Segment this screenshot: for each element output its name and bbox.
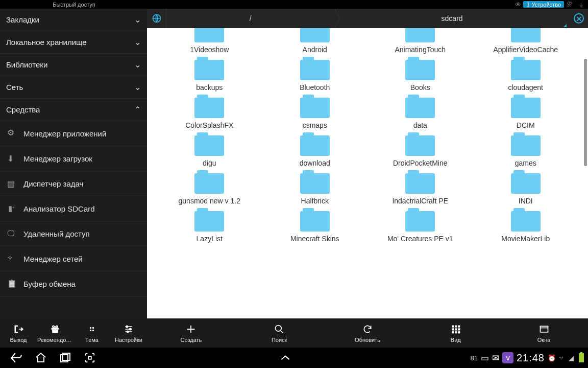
folder-item[interactable]: Bluetooth	[264, 57, 366, 91]
sidebar-section-2[interactable]: Библиотеки⌄	[0, 54, 147, 76]
search-icon	[274, 324, 284, 335]
bottom-label: Настройки	[115, 337, 142, 343]
sync-icon: 👁	[515, 1, 521, 8]
home-button[interactable]	[29, 348, 53, 368]
gear-icon	[7, 129, 16, 138]
folder-icon	[405, 95, 435, 118]
scrollbar[interactable]	[584, 59, 587, 166]
sidebar-section-0[interactable]: Закладки⌄	[0, 9, 147, 31]
folder-item[interactable]: ApplifierVideoCache	[475, 28, 577, 54]
palette-icon	[87, 324, 97, 335]
folder-item[interactable]: Mo' Creatures PE v1	[369, 208, 472, 243]
svg-rect-23	[540, 326, 548, 332]
tool-item-download[interactable]: Менеджер загрузок	[0, 146, 147, 171]
folder-item[interactable]: INDI	[475, 170, 577, 205]
bottom-palette-button[interactable]: Тема	[74, 318, 110, 348]
breadcrumb-current[interactable]: sdcard	[334, 9, 570, 28]
bottom-label: Вид	[451, 337, 461, 343]
folder-name: games	[515, 159, 536, 167]
svg-rect-17	[452, 328, 454, 330]
svg-rect-20	[452, 331, 454, 333]
folder-item[interactable]: data	[369, 95, 472, 129]
sliders-icon	[124, 324, 134, 335]
chevron-down-icon: ⌄	[134, 37, 141, 47]
bottom-grid-button[interactable]: Вид	[411, 318, 500, 348]
folder-name: ColorSplashFX	[185, 121, 233, 129]
svg-point-12	[127, 331, 129, 332]
folder-item[interactable]: Halfbrick	[264, 170, 366, 205]
sidebar-section-1[interactable]: Локальное хранилище⌄	[0, 31, 147, 54]
folder-icon	[405, 170, 435, 194]
globe-button[interactable]	[147, 9, 166, 28]
tool-item-wifi[interactable]: Менеджер сетей	[0, 246, 147, 271]
sidebar: Закладки⌄Локальное хранилище⌄Библиотеки⌄…	[0, 9, 147, 318]
svg-point-4	[53, 326, 54, 327]
bottom-exit-button[interactable]: Выход	[0, 318, 37, 348]
folder-item[interactable]: IndactrialCraft PE	[369, 170, 472, 205]
folder-name: gunsmod new v 1.2	[179, 197, 240, 205]
folder-item[interactable]: Minecraft Skins	[264, 208, 366, 243]
tool-item-sd[interactable]: Анализатор SDCard	[0, 196, 147, 221]
sidebar-section-4[interactable]: Средства⌃	[0, 99, 147, 121]
chevron-down-icon: ⌄	[134, 60, 141, 70]
tool-item-tasks[interactable]: Диспетчер задач	[0, 171, 147, 196]
bottom-label: Тема	[85, 337, 99, 343]
folder-item[interactable]: csmaps	[264, 95, 366, 129]
sidebar-section-3[interactable]: Сеть⌄	[0, 76, 147, 99]
folder-item[interactable]: DroidPocketMine	[369, 132, 472, 167]
path-bar: / sdcard	[147, 9, 588, 28]
mail-icon: ✉	[492, 353, 499, 363]
folder-icon	[511, 208, 541, 232]
bottom-plus-button[interactable]: Создать	[147, 318, 235, 348]
folder-item[interactable]: 1Videoshow	[158, 28, 261, 54]
clock: 21:48	[517, 352, 545, 364]
folder-icon	[194, 208, 224, 232]
svg-rect-26	[88, 356, 91, 359]
exit-icon	[13, 324, 24, 335]
wifi-icon	[7, 254, 16, 263]
folder-icon	[300, 95, 330, 118]
svg-rect-19	[458, 328, 460, 330]
folder-item[interactable]: Android	[264, 28, 366, 54]
breadcrumb-root[interactable]: /	[166, 9, 334, 28]
back-button[interactable]	[4, 348, 29, 368]
status-tray[interactable]: 81 ▭ ✉ ᴠ 21:48 ⏰ ᯤ ◢	[468, 352, 584, 364]
tool-item-gear[interactable]: Менеджер приложений	[0, 121, 147, 146]
bottom-windows-button[interactable]: Окна	[500, 318, 588, 348]
tool-label: Буфер обмена	[23, 280, 76, 288]
folder-item[interactable]: LazyList	[158, 208, 261, 243]
expand-up-button[interactable]	[273, 348, 298, 368]
folder-item[interactable]: backups	[158, 57, 261, 91]
screenshot-button[interactable]	[78, 348, 102, 368]
folder-item[interactable]: ColorSplashFX	[158, 95, 261, 129]
close-tab-button[interactable]	[570, 13, 588, 24]
device-pill[interactable]: ▯ Устройство	[523, 1, 564, 8]
folder-item[interactable]: cloudagent	[475, 57, 577, 91]
folder-item[interactable]: gunsmod new v 1.2	[158, 170, 261, 205]
bottom-search-button[interactable]: Поиск	[235, 318, 324, 348]
folder-item[interactable]: MovieMakerLib	[475, 208, 577, 243]
tool-label: Менеджер загрузок	[23, 154, 92, 163]
bottom-refresh-button[interactable]: Обновить	[324, 318, 412, 348]
tool-item-clip[interactable]: Буфер обмена	[0, 271, 147, 296]
sidebar-section-label: Средства	[6, 105, 134, 114]
folder-item[interactable]: Books	[369, 57, 472, 91]
folder-icon	[300, 170, 330, 194]
recent-apps-button[interactable]	[53, 348, 78, 368]
svg-rect-22	[458, 331, 460, 333]
tool-item-remote[interactable]: Удаленный доступ	[0, 221, 147, 246]
folder-name: data	[413, 121, 427, 129]
folder-name: download	[300, 159, 330, 167]
folder-item[interactable]: AnimatingTouch	[369, 28, 472, 54]
download-icon	[7, 154, 16, 163]
file-grid[interactable]: 1VideoshowAndroidAnimatingTouchApplifier…	[147, 28, 588, 318]
bottom-sliders-button[interactable]: Настройки	[110, 318, 147, 348]
bottom-gift-button[interactable]: Рекомендов...	[37, 318, 74, 348]
folder-item[interactable]: DCIM	[475, 95, 577, 129]
svg-point-8	[90, 329, 91, 331]
folder-item[interactable]: digu	[158, 132, 261, 167]
folder-name: Books	[410, 83, 430, 91]
folder-icon	[405, 132, 435, 156]
folder-item[interactable]: games	[475, 132, 577, 167]
folder-item[interactable]: download	[264, 132, 366, 167]
